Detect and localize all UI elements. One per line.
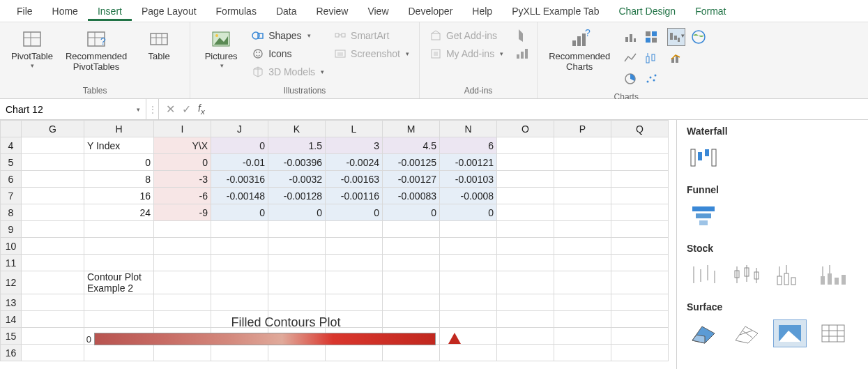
cell-H12[interactable]: Contour Plot Example 2 [84,271,154,294]
recommended-pivottables-button[interactable]: ? RecommendedPivotTables [61,25,131,75]
cell-J12[interactable] [211,271,268,294]
cell-Q11[interactable] [611,255,669,271]
cell-G10[interactable] [22,238,84,255]
name-box[interactable]: ▾ [0,99,146,119]
column-header-L[interactable]: L [326,121,383,137]
combo-chart-button[interactable] [667,49,685,67]
cell-M16[interactable] [383,345,440,361]
embedded-chart[interactable]: Filled Contours Plot 0 [80,315,492,345]
icons-button[interactable]: Icons [249,46,327,61]
cell-M5[interactable]: -0.00125 [383,154,440,171]
cell-M13[interactable] [383,294,440,311]
cell-G7[interactable] [22,188,84,204]
cell-O12[interactable] [497,271,554,294]
cell-Q13[interactable] [611,294,669,311]
cell-K10[interactable] [268,238,326,255]
tab-page-layout[interactable]: Page Layout [132,1,206,21]
cell-P9[interactable] [554,221,611,238]
row-header-12[interactable]: 12 [1,271,22,294]
cell-O9[interactable] [497,221,554,238]
cell-N6[interactable]: -0.00103 [440,171,497,188]
cell-Q9[interactable] [611,221,669,238]
cell-Q10[interactable] [611,238,669,255]
table-button[interactable]: Table [135,25,183,65]
tab-format[interactable]: Format [685,1,736,21]
cell-G13[interactable] [22,294,84,311]
row-header-10[interactable]: 10 [1,238,22,255]
tab-data[interactable]: Data [266,1,307,21]
cell-L8[interactable]: 0 [326,204,383,221]
cell-I6[interactable]: -3 [154,171,211,188]
row-header-4[interactable]: 4 [1,137,22,154]
surface-wireframe-3d-thumb[interactable] [730,319,763,347]
tab-developer[interactable]: Developer [399,1,463,21]
column-header-P[interactable]: P [554,121,611,137]
cell-J5[interactable]: -0.01 [211,154,268,171]
column-header-H[interactable]: H [84,121,154,137]
cell-G5[interactable] [22,154,84,171]
row-header-9[interactable]: 9 [1,221,22,238]
tab-pyxll-example-tab[interactable]: PyXLL Example Tab [502,1,609,21]
cell-P10[interactable] [554,238,611,255]
row-header-7[interactable]: 7 [1,188,22,204]
cell-I16[interactable] [154,345,211,361]
cell-L6[interactable]: -0.00163 [326,171,383,188]
scatter-chart-button[interactable] [642,70,660,88]
cell-K16[interactable] [268,345,326,361]
my-addins-button[interactable]: My Add-ins▾ [427,46,506,61]
cell-P6[interactable] [554,171,611,188]
cell-M10[interactable] [383,238,440,255]
column-header-J[interactable]: J [211,121,268,137]
row-header-5[interactable]: 5 [1,154,22,171]
cell-P7[interactable] [554,188,611,204]
cell-N13[interactable] [440,294,497,311]
pie-chart-button[interactable] [621,70,639,88]
cell-P13[interactable] [554,294,611,311]
cell-P4[interactable] [554,137,611,154]
row-header-8[interactable]: 8 [1,204,22,221]
fx-icon[interactable]: fx [198,103,205,116]
cell-N7[interactable]: -0.0008 [440,188,497,204]
tab-formulas[interactable]: Formulas [206,1,266,21]
cell-H10[interactable] [84,238,154,255]
cell-M12[interactable] [383,271,440,294]
cell-G6[interactable] [22,171,84,188]
cell-O15[interactable] [497,328,554,345]
cell-H11[interactable] [84,255,154,271]
row-header-6[interactable]: 6 [1,171,22,188]
pictures-button[interactable]: Pictures ▾ [197,25,245,72]
screenshot-button[interactable]: Screenshot▾ [331,46,412,61]
cell-O4[interactable] [497,137,554,154]
cell-O6[interactable] [497,171,554,188]
cell-M4[interactable]: 4.5 [383,137,440,154]
maps-button[interactable] [690,28,708,46]
cell-Q8[interactable] [611,204,669,221]
cell-L11[interactable] [326,255,383,271]
cancel-formula-icon[interactable]: ✕ [166,103,175,116]
waterfall-chart-button[interactable]: ▾ [667,28,685,46]
cell-I8[interactable]: -9 [154,204,211,221]
column-header-O[interactable]: O [497,121,554,137]
enter-formula-icon[interactable]: ✓ [182,103,191,116]
column-header-Q[interactable]: Q [611,121,669,137]
line-chart-button[interactable] [621,49,639,67]
cell-P12[interactable] [554,271,611,294]
cell-J7[interactable]: -0.00148 [211,188,268,204]
cell-O16[interactable] [497,345,554,361]
cell-J13[interactable] [211,294,268,311]
cell-K9[interactable] [268,221,326,238]
stock-vhlc-thumb[interactable] [773,261,807,289]
cell-H7[interactable]: 16 [84,188,154,204]
tab-home[interactable]: Home [43,1,88,21]
select-all-cell[interactable] [1,121,22,137]
row-header-11[interactable]: 11 [1,255,22,271]
stock-hlc-thumb[interactable] [687,261,720,289]
tab-file[interactable]: File [7,1,43,21]
tab-chart-design[interactable]: Chart Design [609,1,685,21]
waterfall-type-thumb[interactable] [687,144,720,172]
surface-3d-thumb[interactable] [687,319,720,347]
tab-insert[interactable]: Insert [88,1,132,21]
cell-H13[interactable] [84,294,154,311]
cell-I12[interactable] [154,271,211,294]
cell-G15[interactable] [22,328,84,345]
